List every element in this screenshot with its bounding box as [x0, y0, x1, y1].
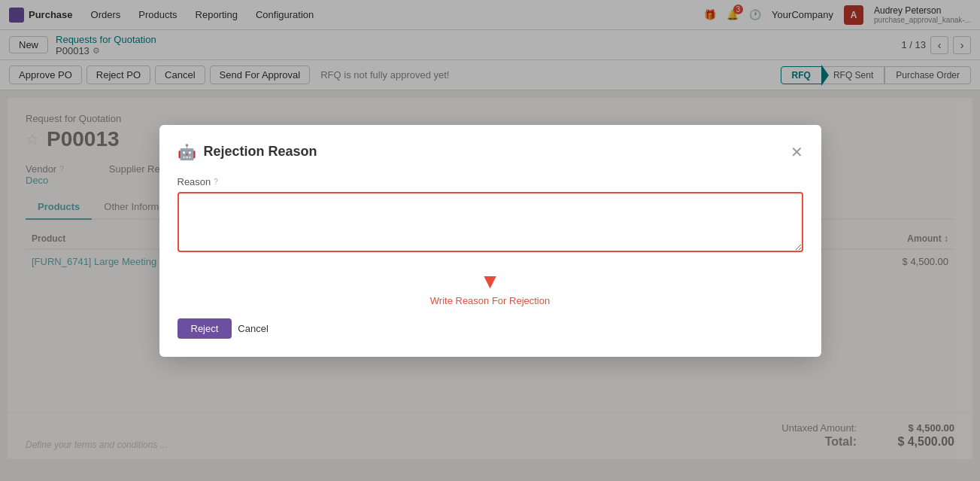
hint-arrow-icon: ▼	[480, 269, 501, 294]
modal-title: Rejection Reason	[204, 144, 317, 160]
reject-button[interactable]: Reject	[177, 318, 232, 339]
modal-footer: Reject Cancel	[177, 318, 803, 339]
modal-close-button[interactable]: ✕	[790, 145, 803, 160]
rejection-reason-modal: 🤖 Rejection Reason ✕ Reason ? ▼ Write Re…	[159, 125, 821, 357]
reason-help-icon[interactable]: ?	[214, 178, 218, 186]
reason-label: Reason ?	[177, 176, 803, 187]
modal-cancel-button[interactable]: Cancel	[238, 323, 268, 334]
reason-section: Reason ?	[177, 176, 803, 254]
hint-text: Write Reason For Rejection	[430, 295, 550, 306]
reason-textarea[interactable]	[177, 192, 803, 252]
modal-icon: 🤖	[177, 143, 196, 161]
modal-overlay: 🤖 Rejection Reason ✕ Reason ? ▼ Write Re…	[0, 0, 980, 467]
modal-header: 🤖 Rejection Reason ✕	[177, 143, 803, 161]
modal-hint: ▼ Write Reason For Rejection	[177, 269, 803, 306]
